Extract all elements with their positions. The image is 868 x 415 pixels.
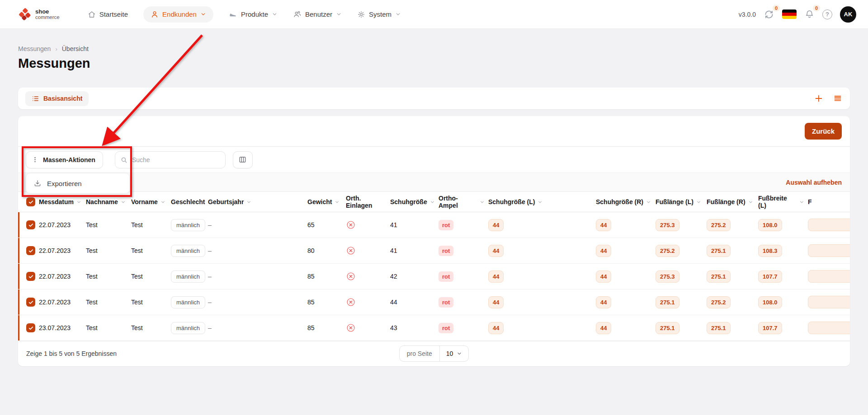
row-checkbox[interactable]	[26, 272, 35, 281]
column-header-gewicht[interactable]: Gewicht	[307, 192, 346, 212]
column-header-vorname[interactable]: Vorname	[131, 192, 171, 212]
sort-chevron-icon	[646, 200, 651, 205]
measurements-table: Messdatum Nachname Vorname Geschlecht Ge…	[18, 192, 850, 341]
row-checkbox[interactable]	[26, 298, 35, 307]
cell-schuhgroesse-r: 44	[596, 238, 656, 263]
value-badge: 275.1	[707, 245, 731, 257]
cell-schuhgroesse-r: 44	[596, 315, 656, 340]
column-header-geburtsjahr[interactable]: Geburtsjahr	[208, 192, 307, 212]
cell-fussbreite-l: 108.3	[758, 238, 808, 263]
row-checkbox[interactable]	[26, 323, 35, 332]
column-header-fusslaenge-l[interactable]: Fußlänge (L)	[656, 192, 707, 212]
bulk-actions-dropdown: Exportieren	[26, 173, 130, 194]
empty-value: –	[208, 298, 212, 306]
nav-item-benutzer[interactable]: Benutzer	[293, 10, 342, 19]
sync-button[interactable]: 0	[764, 9, 774, 20]
nav-label-endkunden: Endkunden	[162, 10, 197, 18]
column-header-nachname[interactable]: Nachname	[86, 192, 131, 212]
cell-geburtsjahr: –	[208, 238, 307, 263]
row-checkbox[interactable]	[26, 220, 35, 229]
table-row[interactable]: 22.07.2023 Test Test männlich – 65 41 ro…	[18, 212, 850, 238]
value-badge: 44	[596, 322, 611, 334]
notifications-button[interactable]: 0	[804, 9, 815, 19]
nav-item-endkunden[interactable]: Endkunden	[143, 6, 213, 23]
cell-vorname: Test	[131, 238, 171, 263]
circle-x-icon	[346, 220, 356, 230]
users-icon	[293, 10, 302, 19]
column-header-fussbreite-l[interactable]: Fußbreite (L)	[758, 192, 808, 212]
nav-item-system[interactable]: System	[357, 10, 401, 19]
view-tab-label: Basisansicht	[43, 95, 82, 102]
cell-fusslaenge-l: 275.3	[656, 264, 707, 289]
table-row[interactable]: 22.07.2023 Test Test männlich – 80 41 ro…	[18, 238, 850, 264]
row-checkbox-cell	[18, 212, 39, 238]
breadcrumb-separator-icon: ›	[55, 46, 57, 52]
cell-truncated	[808, 212, 850, 238]
clipped-badge	[808, 322, 850, 334]
add-view-button[interactable]	[814, 93, 824, 103]
nav-item-produkte[interactable]: Produkte	[229, 10, 278, 19]
gender-badge: männlich	[171, 219, 205, 231]
cell-vorname: Test	[131, 264, 171, 289]
column-header-schuhgroesse[interactable]: Schuhgröße	[390, 192, 439, 212]
german-flag-language-switcher[interactable]	[782, 9, 797, 19]
search-input[interactable]	[115, 151, 226, 168]
column-header-fusslaenge-r[interactable]: Fußlänge (R)	[707, 192, 758, 212]
cell-nachname: Test	[86, 238, 131, 263]
column-label: Vorname	[131, 198, 158, 205]
value-badge: 44	[488, 245, 504, 257]
sort-chevron-icon	[76, 200, 81, 205]
column-settings-button[interactable]	[233, 151, 253, 168]
breadcrumb-item-uebersicht[interactable]: Übersicht	[62, 45, 89, 52]
cell-gewicht: 85	[307, 315, 346, 340]
panel-header: Zurück	[18, 116, 850, 147]
sort-chevron-icon	[246, 200, 251, 205]
value-badge: 44	[596, 219, 611, 231]
user-avatar[interactable]: AK	[840, 6, 856, 23]
per-page-control: pro Seite 10	[399, 345, 469, 362]
table-header-row: Messdatum Nachname Vorname Geschlecht Ge…	[18, 192, 850, 212]
row-checkbox[interactable]	[26, 246, 35, 255]
nav-label-startseite: Startseite	[99, 10, 128, 18]
bulk-actions-button[interactable]: Massen-Aktionen	[26, 151, 103, 168]
select-all-checkbox[interactable]	[26, 197, 35, 206]
back-button[interactable]: Zurück	[805, 123, 842, 140]
help-button[interactable]: ?	[822, 9, 832, 19]
row-checkbox-cell	[18, 289, 39, 315]
manage-views-button[interactable]	[833, 93, 843, 103]
nav-item-startseite[interactable]: Startseite	[88, 10, 128, 19]
kebab-menu-icon	[32, 156, 38, 163]
column-header-schuhgroesse-r[interactable]: Schuhgröße (R)	[596, 192, 656, 212]
columns-icon	[238, 155, 247, 164]
column-header-ortho-ampel[interactable]: Ortho-Ampel	[439, 192, 488, 212]
cell-nachname: Test	[86, 264, 131, 289]
per-page-select[interactable]: 10	[440, 350, 469, 357]
dropdown-item-exportieren[interactable]: Exportieren	[33, 179, 82, 187]
sort-chevron-icon	[696, 200, 701, 205]
sync-icon	[764, 9, 774, 20]
cell-schuhgroesse: 42	[390, 264, 439, 289]
table-row[interactable]: 22.07.2023 Test Test männlich – 85 42 ro…	[18, 264, 850, 289]
cell-gewicht: 85	[307, 289, 346, 315]
cell-geburtsjahr: –	[208, 264, 307, 289]
column-label: F	[808, 198, 812, 205]
breadcrumb-item-messungen[interactable]: Messungen	[18, 45, 51, 52]
table-row[interactable]: 22.07.2023 Test Test männlich – 85 44 ro…	[18, 289, 850, 315]
value-badge: 44	[488, 322, 504, 334]
clear-selection-link[interactable]: Auswahl aufheben	[786, 179, 842, 186]
tab-basisansicht[interactable]: Basisansicht	[25, 91, 89, 106]
column-header-schuhgroesse-l[interactable]: Schuhgröße (L)	[488, 192, 596, 212]
empty-value: –	[208, 247, 212, 254]
table-row[interactable]: 23.07.2023 Test Test männlich – 85 43 ro…	[18, 315, 850, 341]
app-logo[interactable]: shoe commerce	[18, 8, 60, 21]
column-header-messdatum[interactable]: Messdatum	[39, 192, 86, 212]
cell-schuhgroesse-l: 44	[488, 315, 596, 340]
cell-schuhgroesse-r: 44	[596, 212, 656, 238]
check-icon	[28, 222, 34, 228]
column-label: Schuhgröße (L)	[488, 198, 535, 205]
logo-line1: shoe	[35, 9, 60, 15]
column-label: Nachname	[86, 198, 118, 205]
cell-ortho-ampel: rot	[439, 238, 488, 263]
row-checkbox-cell	[18, 238, 39, 263]
sort-chevron-icon	[799, 200, 804, 205]
